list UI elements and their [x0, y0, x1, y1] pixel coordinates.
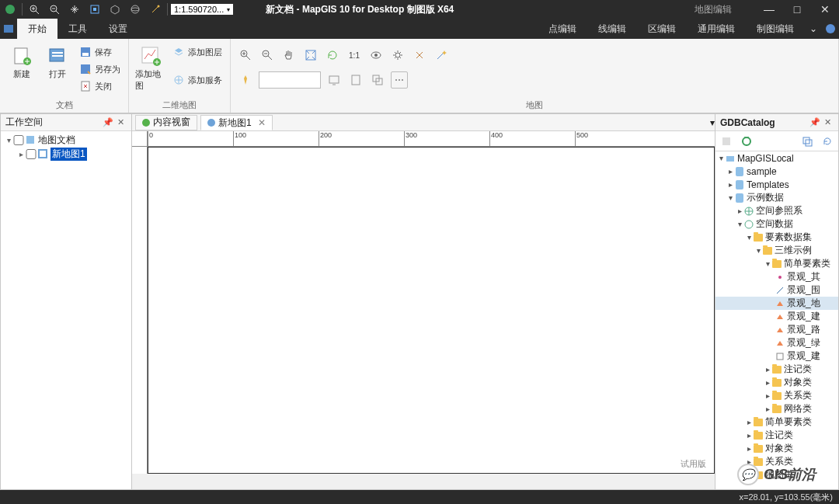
gdb-srs[interactable]: ▸空间参照系 — [715, 204, 838, 217]
save-button[interactable]: 保存 — [78, 45, 122, 59]
zoom-out-icon[interactable] — [47, 2, 61, 16]
gdb-simplefc[interactable]: ▾简单要素类 — [715, 257, 838, 270]
page[interactable]: 试用版 — [148, 147, 715, 474]
cube-icon[interactable] — [108, 2, 122, 16]
workspace-panel: 工作空间 📌 ✕ ▾ 地图文档 ▸ 新地图1 — [0, 113, 132, 490]
gdb-obj[interactable]: ▸对象类 — [715, 376, 838, 389]
gdb-clock-icon[interactable] — [739, 134, 754, 149]
tool-gear-icon[interactable] — [389, 47, 406, 64]
pin-icon[interactable]: 📌 — [102, 116, 114, 129]
tool-stack-icon[interactable] — [369, 71, 386, 89]
tree-root-checkbox[interactable] — [13, 135, 24, 145]
tool-ratio[interactable]: 1:1 — [346, 47, 363, 64]
gdb-fc-5[interactable]: 景观_绿 — [715, 336, 838, 349]
globe-icon[interactable] — [128, 2, 142, 16]
addmap-button[interactable]: 添加地图 — [135, 42, 166, 92]
menu-tools[interactable]: 工具 — [57, 19, 98, 39]
tool-zoom-in[interactable] — [237, 47, 254, 64]
canvas[interactable]: 0 100 200 300 400 500 试用版 — [132, 131, 715, 489]
tool-search-input[interactable] — [259, 71, 321, 89]
maximize-button[interactable]: □ — [783, 0, 811, 19]
gdb-fc-4[interactable]: 景观_路 — [715, 323, 838, 336]
addservice-button[interactable]: 添加服务 — [171, 73, 224, 87]
gdb-fc-1[interactable]: 景观_围 — [715, 283, 838, 297]
gdb-demo[interactable]: ▾示例数据 — [715, 191, 838, 204]
saveas-button[interactable]: 另存为 — [78, 62, 122, 76]
gdb-tree: ▾MapGISLocal ▸sample ▸Templates ▾示例数据 ▸空… — [715, 151, 838, 489]
gdb-anno2[interactable]: ▸注记类 — [715, 429, 838, 442]
menu-caret-icon[interactable]: ⌄ — [805, 19, 822, 39]
open-button[interactable]: 打开 — [42, 42, 73, 80]
svg-point-0 — [5, 5, 15, 14]
gdb-fc-0[interactable]: 景观_其 — [715, 270, 838, 283]
help-icon[interactable] — [822, 19, 839, 39]
panel-close-icon[interactable]: ✕ — [114, 116, 127, 129]
menu-edit-point[interactable]: 点编辑 — [538, 19, 587, 39]
gdb-net[interactable]: ▸网络类 — [715, 402, 838, 415]
gdb-mapset[interactable]: ▸地图集 — [715, 468, 838, 481]
close-button[interactable]: ✕ — [811, 0, 839, 19]
gdb-fc-3[interactable]: 景观_建 — [715, 310, 838, 323]
gdb-rel2[interactable]: ▸关系类 — [715, 455, 838, 468]
new-button[interactable]: 新建 — [6, 42, 37, 80]
app-logo-icon — [3, 2, 17, 16]
gdb-simplefc2[interactable]: ▸简单要素类 — [715, 415, 838, 429]
svg-rect-53 — [726, 156, 734, 162]
tool-pan[interactable] — [280, 47, 298, 64]
gdb-pin-icon[interactable]: 📌 — [809, 116, 821, 129]
pan-icon[interactable] — [68, 2, 82, 16]
tool-clear-icon[interactable] — [411, 47, 428, 64]
ruler-y — [132, 147, 148, 474]
tab-map1[interactable]: 新地图1✕ — [200, 115, 273, 130]
svg-rect-47 — [722, 137, 730, 145]
gdb-anno[interactable]: ▸注记类 — [715, 363, 838, 376]
tab-close-icon[interactable]: ✕ — [258, 117, 266, 128]
menu-start[interactable]: 开始 — [17, 19, 57, 39]
tool-extent[interactable] — [302, 47, 319, 64]
minimize-button[interactable]: — — [755, 0, 783, 19]
tree-item-map1[interactable]: ▸ 新地图1 — [2, 147, 130, 161]
ribbon-group-document: 新建 打开 保存 另存为 关闭 文档 — [0, 39, 129, 113]
menu-edit-general[interactable]: 通用编辑 — [687, 19, 746, 39]
scale-combo[interactable]: 1:1.590720...▾ — [171, 4, 233, 15]
tool-screen-icon[interactable] — [326, 71, 343, 89]
gdb-featureset[interactable]: ▾要素数据集 — [715, 231, 838, 244]
svg-line-32 — [268, 56, 272, 60]
trial-label: 试用版 — [681, 458, 706, 470]
tool-wand-icon[interactable] — [433, 47, 450, 64]
gdb-root[interactable]: ▾MapGISLocal — [715, 151, 838, 165]
gdb-add-icon[interactable] — [719, 134, 734, 149]
tool-zoom-out[interactable] — [259, 47, 276, 64]
addlayer-button[interactable]: 添加图层 — [171, 45, 224, 59]
gdb-fc-6[interactable]: 景观_建 — [715, 349, 838, 363]
menu-edit-area[interactable]: 区编辑 — [637, 19, 687, 39]
gdb-fc-2[interactable]: 景观_地 — [715, 297, 838, 310]
extent-icon[interactable] — [88, 2, 102, 16]
tool-refresh[interactable] — [324, 47, 341, 64]
tree-root[interactable]: ▾ 地图文档 — [2, 133, 130, 147]
menu-edit-line[interactable]: 线编辑 — [587, 19, 637, 39]
tool-marker-icon[interactable] — [237, 71, 254, 89]
quick-icon[interactable] — [0, 19, 17, 39]
svg-point-9 — [131, 5, 139, 13]
gdb-rel[interactable]: ▸关系类 — [715, 389, 838, 402]
menu-edit-carto[interactable]: 制图编辑 — [746, 19, 805, 39]
close-doc-button[interactable]: 关闭 — [78, 79, 122, 93]
tool-more-button[interactable]: ⋯ — [391, 71, 408, 89]
gdb-templates[interactable]: ▸Templates — [715, 178, 838, 191]
menu-settings[interactable]: 设置 — [98, 19, 138, 39]
gdb-spatial[interactable]: ▾空间数据 — [715, 217, 838, 231]
gdb-example3d[interactable]: ▾三维示例 — [715, 244, 838, 257]
gdb-obj2[interactable]: ▸对象类 — [715, 442, 838, 455]
gdb-sample[interactable]: ▸sample — [715, 165, 838, 178]
wand-icon[interactable] — [148, 2, 162, 16]
ribbon-group-2dmap: 添加地图 添加图层 添加服务 二维地图 — [129, 39, 231, 113]
tool-device-icon[interactable] — [347, 71, 364, 89]
tool-eye-icon[interactable] — [367, 47, 385, 64]
gdb-copy-icon[interactable] — [799, 134, 815, 149]
zoom-in-icon[interactable] — [27, 2, 41, 16]
tree-item-checkbox[interactable] — [26, 149, 37, 159]
gdb-close-icon[interactable]: ✕ — [821, 116, 834, 129]
tab-content-view[interactable]: 内容视窗 — [135, 115, 197, 130]
gdb-refresh-icon[interactable] — [820, 134, 835, 149]
